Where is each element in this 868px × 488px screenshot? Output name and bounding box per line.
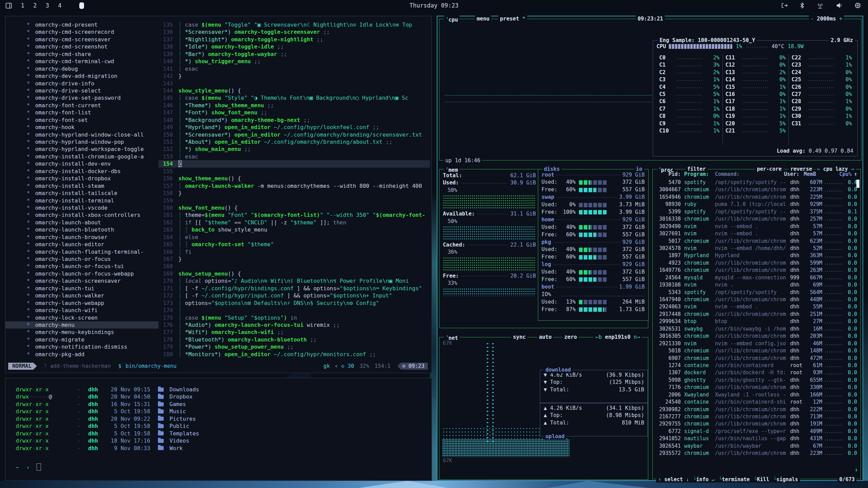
menu-button[interactable]: menu [475, 15, 491, 22]
proc-row[interactable]: 24540containe/usr/bin/containerd-shiroot… [655, 399, 857, 406]
workspace-3[interactable]: 3 [46, 2, 49, 9]
file-item[interactable]: *omarchy-install-dropbox [5, 175, 159, 182]
workspace-4[interactable]: 4 [58, 2, 62, 9]
btop-window[interactable]: ¹cpu menu preset * 09:23:21 - 2000ms + u… [437, 16, 863, 481]
file-item[interactable]: *omarchy-launch-bluetooth [5, 226, 159, 233]
proc-row[interactable]: 3016305chromium/usr/lib/chromium/chromdh… [655, 333, 857, 340]
proc-row[interactable]: 24564mysqldmysqld --max-connection999667… [655, 274, 857, 281]
file-item[interactable]: *omarchy-launch-floating-terminal- [5, 248, 159, 255]
file-item[interactable]: *omarchy-launch-screensaver [5, 277, 159, 284]
proc-row[interactable]: 1649776chromium/usr/lib/chromium/chromdh… [655, 267, 857, 274]
workspace-1[interactable]: 1 [21, 2, 24, 9]
proc-row[interactable]: 3026531swaybg/usr/bin/swaybg -i /homdhh1… [655, 325, 857, 333]
proc-row[interactable]: 5399spotify/opt/spotify/spotify --dhh375… [655, 208, 857, 215]
file-item[interactable]: *omarchy-install-chromium-google-a [5, 153, 159, 160]
proc-row[interactable]: 2999634btopbtopdhh27M0.0 [655, 318, 857, 325]
network-icon[interactable] [816, 2, 824, 9]
active-workspace-indicator[interactable] [79, 2, 84, 9]
proc-row[interactable]: 3029490nvimnvim --embed .dhh57M0.0 [655, 223, 857, 230]
volume-icon[interactable] [836, 2, 843, 9]
file-item[interactable]: *omarchy-cmd-screenrecord [5, 28, 159, 36]
proc-row[interactable]: 1307dockerd/usr/bin/dockerd -H fd:root93… [655, 369, 857, 376]
proc-row[interactable]: 5470spotify/opt/spotify/spotify --dhh607… [655, 179, 857, 186]
footer-hint[interactable]: ↑ select ↓ [656, 476, 691, 483]
file-item[interactable]: *omarchy-menu [5, 321, 159, 329]
zero-button[interactable]: zero [562, 334, 579, 340]
auto-button[interactable]: auto [537, 334, 553, 340]
file-item[interactable]: *omarchy-install-tailscale [5, 190, 159, 197]
proc-row[interactable]: 5018chromium/usr/lib/chromium/chromdhh14… [655, 347, 857, 354]
editor-window[interactable]: *omarchy-cmd-present135│ case $(menu "To… [5, 16, 432, 373]
file-item[interactable]: *omarchy-install-terminal [5, 197, 159, 204]
terminal-window[interactable]: drwxr-xr-x-dhh20 Nov 09:15Downloadsdrwx-… [5, 378, 432, 481]
proc-row[interactable]: 2924063nvimnvim --embed .dhh55M0.0 [655, 303, 857, 310]
shell-prompt[interactable]: ~ › [16, 463, 41, 471]
file-item[interactable]: *omarchy-cmd-screenshot [5, 43, 159, 50]
proc-row[interactable]: 4923chromium/usr/lib/chromium/chromdhh59… [655, 260, 857, 267]
file-item[interactable]: *omarchy-font-list [5, 109, 159, 116]
proc-row[interactable]: 7176chromium/usr/lib/chromium/chromdhh33… [655, 384, 857, 391]
process-table-header[interactable]: Pid: Program: Command: User: MemB Cpu% ↑ [655, 171, 857, 177]
file-item[interactable]: *omarchy-cmd-screensaver [5, 36, 159, 43]
sync-button[interactable]: sync [511, 334, 527, 340]
proc-row[interactable]: 2921330nvimnvim --embed config.jsodhh46M… [655, 340, 857, 347]
update-interval[interactable]: - 2000ms + [809, 15, 844, 22]
file-item[interactable]: *omarchy-notification-dismiss [5, 343, 159, 350]
file-item[interactable]: *omarchy-drive-select [5, 87, 159, 94]
file-item[interactable]: *omarchy-install-vscode [5, 204, 159, 211]
proc-row[interactable]: 2006XwaylandXwayland :1 -rootless -dhh16… [655, 391, 857, 399]
file-item[interactable]: *omarchy-launch-or-focus-tui [5, 263, 159, 270]
proc-row[interactable]: 2929755chromium/usr/lib/chromium/chromdh… [655, 420, 857, 428]
file-item[interactable]: *omarchy-cmd-present [5, 21, 159, 28]
proc-row[interactable]: 6907chromium/usr/lib/chromium/chromdhh47… [655, 355, 857, 362]
proc-row[interactable]: 5343spotify/opt/spotify/spotifydhh564M0.… [655, 289, 857, 296]
file-item[interactable]: *omarchy-hyprland-window-close-all [5, 131, 159, 138]
apps-icon[interactable] [5, 2, 12, 9]
file-item[interactable]: *omarchy-launch-webapp [5, 299, 159, 307]
footer-hint[interactable]: └Kill [752, 476, 771, 483]
file-item[interactable]: *omarchy-install-steam [5, 182, 159, 190]
preset-button[interactable]: preset * [498, 15, 527, 22]
proc-row[interactable]: 5998ghostty/usr/bin/ghostty --gtk-dhh655… [655, 377, 857, 384]
file-item[interactable]: *omarchy-migrate [5, 336, 159, 343]
interface-selector[interactable]: ←b enp191s0 n→ [594, 334, 642, 340]
chip-icon[interactable] [854, 2, 861, 9]
file-item[interactable]: *omarchy-install-xbox-controllers [5, 211, 159, 219]
file-item[interactable]: *omarchy-launch-tui [5, 285, 159, 292]
bluetooth-icon[interactable] [800, 2, 804, 9]
proc-row[interactable]: 98930rubypuma 7.1.0 (tcp://localdhh929M0… [655, 201, 857, 208]
proc-row[interactable]: 1930108nvimnvim .dhh69M0.0 [655, 281, 857, 289]
file-item[interactable]: *omarchy-drive-info [5, 80, 159, 87]
proc-row[interactable]: 3004667chromium/usr/lib/chromium/chromdh… [655, 186, 857, 193]
proc-row[interactable]: 3016338chromium/usr/lib/chromium/chromdh… [655, 215, 857, 223]
file-item[interactable]: *omarchy-launch-about [5, 219, 159, 226]
workspace-2[interactable]: 2 [33, 2, 37, 9]
proc-row[interactable]: 2935572chromium/usr/lib/chromium/chromdh… [655, 450, 857, 457]
file-item[interactable]: *omarchy-hyprland-workspace-toggle [5, 145, 159, 153]
logout-icon[interactable] [781, 2, 788, 9]
proc-row[interactable]: 2941052nautilus/usr/bin/nautilus --gapdh… [655, 435, 857, 442]
footer-hint[interactable]: └terminate [717, 476, 752, 483]
proc-row[interactable]: 2930982chromium/usr/lib/chromium/chromdh… [655, 406, 857, 413]
proc-row[interactable]: 2167277chromium/usr/lib/chromium/chromdh… [655, 413, 857, 420]
file-item[interactable]: *omarchy-launch-editor [5, 241, 159, 248]
file-item[interactable]: *omarchy-launch-browser [5, 234, 159, 241]
proc-row[interactable]: 3026541waybar/usr/bin/waybardhh67M0.0 [655, 443, 857, 450]
file-item[interactable]: *omarchy-cmd-share [5, 51, 159, 58]
proc-row[interactable]: 3027691nvimnvim --embed .dhh57M0.0 [655, 230, 857, 237]
proc-row[interactable]: 6772signal-d/proc/self/exe --type=rdhh40… [655, 428, 857, 435]
file-item[interactable]: *omarchy-pkg-add [5, 351, 159, 358]
file-item[interactable]: *omarchy-font-current [5, 102, 159, 109]
proc-row[interactable]: 1647940chromium/usr/lib/chromium/chromdh… [655, 296, 857, 303]
file-item[interactable]: *omarchy-launch-or-focus [5, 255, 159, 263]
proc-row[interactable]: 2917448chromium/usr/lib/chromium/chromdh… [655, 311, 857, 318]
file-item[interactable]: *omarchy-launch-or-focus-webapp [5, 270, 159, 277]
proc-scrollbar[interactable] [856, 180, 859, 188]
proc-row[interactable]: 3024578nvimnvim --embed /home/dhh/dhh52M… [655, 245, 857, 252]
file-item[interactable]: *omarchy-install-dev-env [5, 160, 159, 167]
proc-row[interactable]: 1654946chromium/usr/lib/chromium/chromdh… [655, 194, 857, 201]
file-item[interactable]: *omarchy-font-set [5, 116, 159, 124]
file-item[interactable]: *omarchy-debug [5, 65, 159, 72]
footer-hint[interactable]: └info ↵ [691, 476, 717, 483]
proc-row[interactable]: 1897HyprlandHyprlanddhh363M0.0 [655, 252, 857, 259]
